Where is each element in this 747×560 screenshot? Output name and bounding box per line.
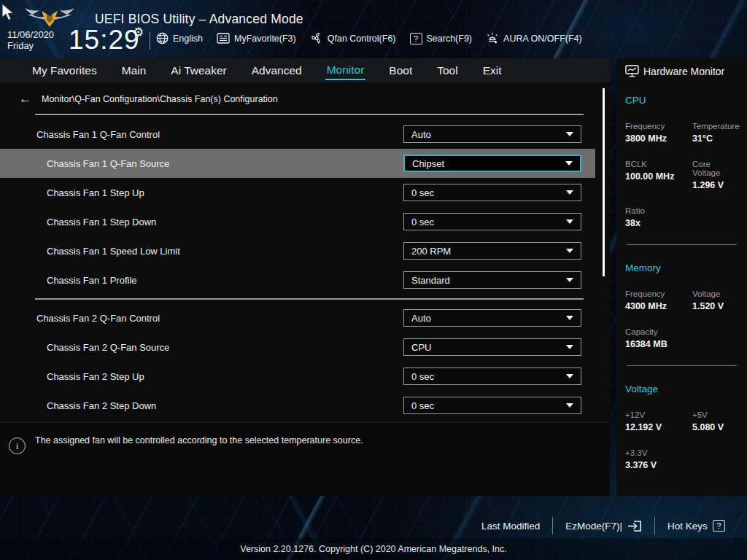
cpu-ratio-value: 38x (625, 218, 692, 228)
globe-icon (156, 32, 169, 44)
cpu-temperature-label: Temperature (692, 122, 740, 131)
tab-exit[interactable]: Exit (481, 61, 503, 79)
setting-dropdown[interactable]: Standard (403, 271, 581, 289)
setting-dropdown[interactable]: CPU (403, 338, 581, 356)
chevron-down-icon (566, 249, 573, 253)
search-button[interactable]: ? Search(F9) (410, 33, 473, 44)
voltage-section-heading: Voltage (625, 384, 738, 394)
info-icon: i (9, 438, 26, 454)
version-text: Version 2.20.1276. Copyright (C) 2020 Am… (240, 544, 506, 554)
setting-dropdown[interactable]: Auto (403, 125, 581, 143)
last-modified-button[interactable]: Last Modified (481, 521, 540, 532)
scrollbar-thumb[interactable] (603, 88, 605, 276)
monitor-icon (625, 65, 639, 77)
setting-dropdown[interactable]: 0 sec (403, 397, 581, 414)
chevron-down-icon (566, 132, 573, 136)
tab-my-favorites[interactable]: My Favorites (31, 61, 98, 79)
tab-main[interactable]: Main (120, 61, 148, 79)
setting-row-fan1-low-limit[interactable]: Chassis Fan 1 Speed Low Limit 200 RPM (0, 236, 595, 265)
qfan-control-button[interactable]: Qfan Control(F6) (310, 32, 396, 44)
hardware-monitor-header: Hardware Monitor (625, 65, 738, 77)
group-divider (35, 298, 584, 300)
tab-ai-tweaker[interactable]: Ai Tweaker (169, 61, 228, 79)
setting-label: Chassis Fan 2 Step Up (47, 371, 144, 382)
cpu-section-heading: CPU (625, 95, 738, 106)
qfan-label: Qfan Control(F6) (328, 34, 396, 44)
setting-dropdown-selected[interactable]: Chipset (403, 155, 581, 172)
breadcrumb: ← Monitor\Q-Fan Configuration\Chassis Fa… (19, 93, 278, 105)
setting-row-fan1-step-down[interactable]: Chassis Fan 1 Step Down 0 sec (0, 207, 595, 236)
myfavorite-button[interactable]: MyFavorite(F3) (217, 33, 296, 44)
dropdown-value: CPU (411, 342, 566, 353)
header-separator (150, 32, 150, 50)
setting-row-fan2-control[interactable]: Chassis Fan 2 Q-Fan Control Auto (0, 303, 595, 332)
setting-row-fan1-control[interactable]: Chassis Fan 1 Q-Fan Control Auto (0, 120, 595, 149)
memory-voltage-label: Voltage (692, 289, 738, 298)
setting-label: Chassis Fan 2 Step Down (47, 400, 156, 411)
footer-separator (654, 517, 655, 534)
chevron-down-icon (566, 374, 573, 378)
memory-frequency-label: Frequency (625, 289, 692, 298)
header-toolbar: English MyFavorite(F3) Qfan Control(F6) … (156, 32, 582, 44)
hardware-monitor-title: Hardware Monitor (643, 66, 724, 77)
myfavorite-icon (217, 33, 230, 44)
language-button[interactable]: English (156, 32, 203, 44)
cpu-temperature-value: 31°C (692, 133, 740, 144)
setting-row-fan2-step-down[interactable]: Chassis Fan 2 Step Down 0 sec (0, 391, 595, 420)
hardware-monitor-panel: Hardware Monitor CPU Frequency 3800 MHz … (616, 58, 747, 496)
tab-advanced[interactable]: Advanced (250, 61, 303, 79)
dropdown-value: 0 sec (411, 371, 566, 382)
language-label: English (173, 34, 203, 44)
setting-dropdown[interactable]: 0 sec (403, 184, 581, 201)
setting-row-fan1-source[interactable]: Chassis Fan 1 Q-Fan Source Chipset (0, 149, 595, 178)
tab-tool[interactable]: Tool (436, 61, 459, 79)
setting-row-fan2-step-up[interactable]: Chassis Fan 2 Step Up 0 sec (0, 362, 595, 391)
setting-row-fan1-step-up[interactable]: Chassis Fan 1 Step Up 0 sec (0, 178, 595, 207)
aura-label: AURA ON/OFF(F4) (503, 34, 582, 44)
chevron-down-icon (566, 403, 573, 408)
cpu-frequency-label: Frequency (625, 122, 692, 131)
back-arrow-icon[interactable]: ← (19, 93, 31, 105)
voltage-12v-5v: +12V 12.192 V +5V 5.080 V (625, 411, 738, 432)
voltage-3v3-value: 3.376 V (625, 460, 692, 470)
cpu-freq-temp: Frequency 3800 MHz Temperature 31°C (625, 122, 738, 144)
chevron-down-icon (566, 316, 573, 320)
chevron-down-icon (565, 161, 573, 166)
memory-voltage-value: 1.520 V (692, 301, 738, 311)
time-settings-gear-icon[interactable]: ⚙ (133, 25, 144, 40)
footer-separator (552, 517, 553, 534)
dropdown-value: Auto (411, 129, 566, 140)
tab-boot[interactable]: Boot (387, 61, 414, 79)
setting-dropdown[interactable]: 0 sec (403, 213, 581, 230)
cpu-frequency-value: 3800 MHz (625, 133, 692, 144)
setting-dropdown[interactable]: Auto (403, 309, 581, 327)
tab-monitor[interactable]: Monitor (325, 61, 366, 80)
voltage-12v-label: +12V (625, 411, 692, 419)
menu-tabbar: My Favorites Main Ai Tweaker Advanced Mo… (0, 58, 610, 82)
breadcrumb-path: Monitor\Q-Fan Configuration\Chassis Fan(… (42, 94, 278, 104)
setting-dropdown[interactable]: 0 sec (403, 368, 581, 385)
voltage-3v3-label: +3.3V (625, 448, 692, 457)
aura-button[interactable]: AURA ON/OFF(F4) (486, 32, 582, 44)
chevron-down-icon (566, 345, 573, 349)
mouse-cursor (1, 3, 17, 22)
time-label: 15:29 (69, 25, 140, 55)
setting-label: Chassis Fan 1 Step Up (47, 187, 144, 198)
dropdown-value: 0 sec (411, 400, 566, 411)
setting-label: Chassis Fan 2 Q-Fan Control (36, 313, 160, 324)
setting-row-fan2-source[interactable]: Chassis Fan 2 Q-Fan Source CPU (0, 332, 595, 362)
setting-row-fan1-profile[interactable]: Chassis Fan 1 Profile Standard (0, 265, 595, 295)
hot-keys-button[interactable]: Hot Keys ? (667, 520, 725, 532)
search-icon: ? (410, 33, 422, 44)
memory-freq-volt: Frequency 4300 MHz Voltage 1.520 V (625, 289, 738, 311)
setting-label: Chassis Fan 2 Q-Fan Source (47, 342, 169, 353)
ezmode-button[interactable]: EzMode(F7)| (565, 520, 642, 532)
setting-dropdown[interactable]: 200 RPM (403, 242, 581, 260)
voltage-3v3: +3.3V 3.376 V (625, 448, 738, 470)
footer-actions: Last Modified EzMode(F7)| Hot Keys ? (481, 517, 725, 534)
settings-panel: ← Monitor\Q-Fan Configuration\Chassis Fa… (0, 82, 610, 421)
cpu-core-voltage-label: Core Voltage (692, 160, 738, 177)
hot-keys-label: Hot Keys (667, 521, 708, 532)
qfan-icon (310, 32, 323, 44)
setting-label: Chassis Fan 1 Step Down (47, 217, 156, 228)
